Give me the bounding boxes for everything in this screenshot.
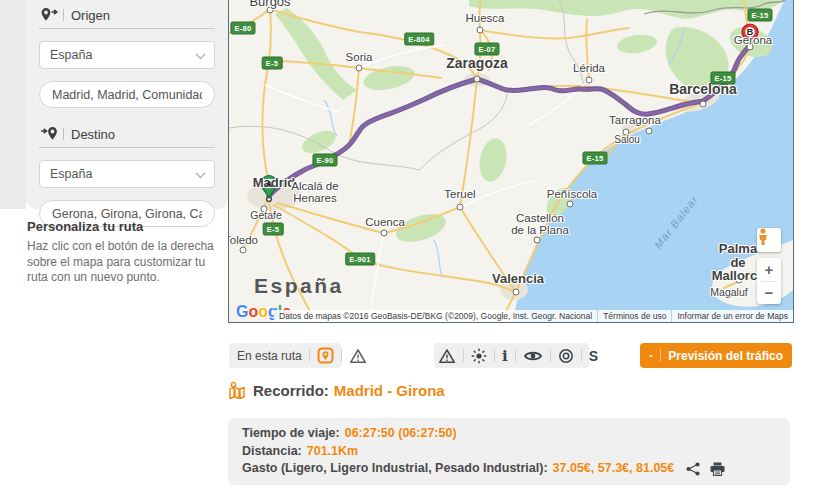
cost-row: Gasto (Ligero, Ligero Industrial, Pesado… [242,460,776,478]
zoom-out-button[interactable]: − [757,282,781,305]
road-badge: E-15 [710,72,735,85]
map-city-dot [700,101,707,108]
map-city-dot [240,247,247,254]
map-city-dot [534,237,541,244]
origin-pin-icon [39,7,59,23]
road-badge: E-804 [404,33,434,46]
customize-route-section: Personaliza tu ruta Haz clic con el botó… [27,219,223,286]
weather-sun-icon[interactable] [471,348,487,364]
origin-label: Origen [71,8,110,23]
map-city-label: Barcelona [669,82,737,97]
summary-route-name: Madrid - Girona [334,382,445,399]
header-divider [63,9,64,21]
map-city-label: Tarragona [609,114,661,126]
toolbar-divider [581,349,582,362]
info-icon[interactable]: i [502,347,508,365]
map-labels-layer: BurgosSoriaHuescaZaragozaLéridaBarcelona… [229,0,793,322]
origin-country-select[interactable]: España [39,41,215,69]
map-city-dot [477,27,484,34]
marker-b-label: B [747,27,754,37]
attribution-data: Datos de mapas ©2016 GeoBasis-DE/BKG (©2… [274,310,597,322]
route-map[interactable]: BurgosSoriaHuescaZaragozaLéridaBarcelona… [228,0,794,323]
map-city-label: Castellón de la Plana [511,212,569,236]
road-badge: E-5 [263,223,284,236]
zoom-control: + − [757,258,781,304]
road-badge: E-07 [474,43,499,56]
map-city-label: Peñíscola [547,188,598,200]
route-form-panel: Origen España Destino España [26,0,228,209]
eye-icon[interactable] [523,349,543,363]
travel-time-row: Tiempo de viaje: 06:27:50 (06:27:50) [242,425,776,443]
toolbar-divider [341,349,342,362]
map-city-dot [457,204,464,211]
traffic-forecast-button[interactable]: Previsión del tráfico [640,343,792,368]
toolbar-divider [494,349,495,362]
road-badge: E-15 [747,9,772,22]
summary-actions [686,462,725,476]
origin-country-value: España [50,48,92,62]
map-city-dot [736,277,743,284]
traffic-button-label: Previsión del tráfico [668,349,783,363]
map-city-label: Getafe [250,210,282,221]
header-divider [63,128,64,140]
distance-label: Distancia: [242,443,302,461]
distance-row: Distancia: 701.1Km [242,443,776,461]
map-city-label: Zaragoza [446,56,507,71]
route-warning-icon[interactable] [349,348,367,364]
on-route-label: En esta ruta [237,349,302,363]
road-badge: E-15 [582,152,607,165]
road-badge: E-901 [345,253,375,266]
map-city-dot [267,7,274,14]
map-city-label: Alcalá de Henares [291,180,338,204]
route-summary-heading: Recorrido: Madrid - Girona [228,381,445,399]
map-city-dot [747,44,754,51]
route-info-box: Tiempo de viaje: 06:27:50 (06:27:50) Dis… [228,418,790,485]
map-city-dot [623,129,630,136]
map-city-label: Cuenca [365,216,405,228]
map-layers-group: i S [434,343,589,368]
origin-rule [39,28,215,29]
s-icon[interactable]: S [589,348,598,364]
map-city-label: Magaluf [710,287,747,298]
summary-label: Recorrido: [253,382,329,399]
cost-value: 37.05€, 57.3€, 81.05€ [553,460,675,478]
map-city-label: Huesca [466,12,505,24]
pegman-icon [757,228,769,246]
map-city-label: Madrid [253,176,296,190]
map-city-dot [513,289,520,296]
map-city-dot [356,65,363,72]
map-city-dot [567,201,574,208]
alerts-warning-icon[interactable] [438,348,456,364]
chevron-down-icon [195,49,205,59]
road-badge: E-5 [262,57,283,70]
origin-header: Origen [39,6,215,24]
zoom-in-button[interactable]: + [757,258,781,281]
customize-body: Haz clic con el botón de la derecha sobr… [27,239,223,286]
poi-pin-icon[interactable] [317,347,334,364]
origin-place-input[interactable] [39,81,215,108]
road-badge: E-80 [230,22,255,35]
map-city-dot [474,76,481,83]
map-city-dot [646,128,653,135]
destination-country-select[interactable]: España [39,160,215,188]
map-city-label: Lérida [573,62,605,74]
pegman-control[interactable] [757,228,781,252]
map-city-label: Valencia [492,272,544,286]
print-icon[interactable] [710,462,725,476]
map-city-dot [586,77,593,84]
sidebar-rail [0,0,26,209]
target-rings-icon[interactable] [558,348,574,364]
terms-link[interactable]: Términos de uso [598,310,671,322]
road-badge: E-90 [312,154,337,167]
map-city-label: Teruel [444,188,475,200]
share-icon[interactable] [686,462,700,476]
marker-a-label: A [266,179,273,189]
distance-value: 701.1Km [307,443,358,461]
on-route-group: En esta ruta [229,343,341,368]
report-error-link[interactable]: Informar de un error de Maps [672,310,793,322]
travel-time-label: Tiempo de viaje: [242,425,340,443]
toolbar-divider [515,349,516,362]
map-toolbar: En esta ruta [228,343,792,368]
map-city-label: Salou [614,135,640,146]
map-attribution: Datos de mapas ©2016 GeoBasis-DE/BKG (©2… [274,310,793,322]
